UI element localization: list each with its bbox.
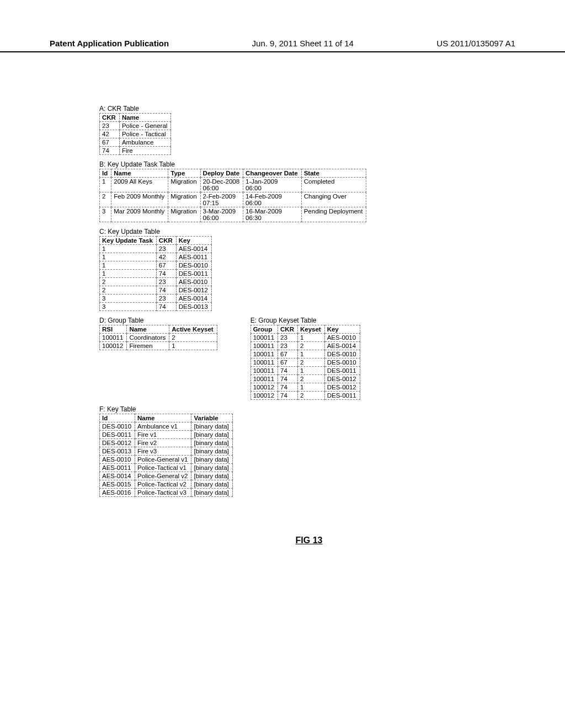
cell: 2 [100, 192, 111, 207]
table-row: 142AES-0011 [100, 253, 212, 261]
table-a-title: A: CKR Table [99, 105, 519, 113]
cell: Migration [168, 178, 200, 192]
cell: 23 [100, 122, 120, 130]
cell: Fire v3 [135, 447, 191, 456]
table-row: 100011742DES-0012 [250, 375, 360, 383]
table-d-wrap: D: Group Table RSI Name Active Keyset 10… [99, 311, 217, 350]
cell: AES-0011 [176, 253, 211, 261]
table-e-wrap: E: Group Keyset Table Group CKR Keyset K… [250, 311, 360, 400]
cell: 1 [297, 334, 324, 342]
table-row: 167DES-0010 [100, 261, 212, 270]
cell: DES-0013 [176, 303, 211, 311]
cell: Id [100, 414, 135, 422]
cell: 67 [278, 358, 298, 367]
table-row: DES-0011Fire v1[binary data] [100, 431, 233, 439]
table-c-title: C: Key Update Table [99, 228, 519, 235]
cell: 1 [100, 270, 157, 278]
cell: AES-0010 [324, 334, 360, 342]
cell: 42 [100, 130, 120, 138]
cell: 74 [278, 383, 298, 392]
cell: AES-0015 [100, 480, 135, 489]
cell: 3 [100, 295, 157, 303]
cell: Name [135, 414, 191, 422]
cell: 74 [100, 147, 120, 155]
table-row: AES-0011Police-Tactical v1[binary data] [100, 464, 233, 472]
table-d-header-row: RSI Name Active Keyset [100, 325, 217, 334]
cell: 23 [156, 295, 176, 303]
cell: 2 [100, 286, 157, 295]
cell: 3 [100, 207, 111, 222]
cell: Police-General v2 [135, 472, 191, 480]
cell: AES-0014 [176, 295, 211, 303]
cell: 1 [100, 245, 157, 253]
table-row: 223AES-0010 [100, 278, 212, 286]
table-a: CKR Name 23Police - General 42Police - T… [99, 113, 171, 155]
table-row: 100011671DES-0010 [250, 350, 360, 358]
cell: 1 [100, 253, 157, 261]
table-row: 100011672DES-0010 [250, 358, 360, 367]
cell: AES-0014 [176, 245, 211, 253]
cell: DES-0011 [324, 367, 360, 375]
table-c: Key Update Task CKR Key 123AES-0014 142A… [99, 236, 212, 311]
cell: Police-Tactical v1 [135, 464, 191, 472]
cell: 100012 [250, 383, 278, 392]
cell: Active Keyset [169, 325, 217, 334]
cell: CKR [278, 325, 298, 334]
table-b-title: B: Key Update Task Table [99, 160, 519, 168]
table-c-header-row: Key Update Task CKR Key [100, 237, 212, 245]
table-row: 100011741DES-0011 [250, 367, 360, 375]
cell: 100011 [100, 334, 127, 342]
table-row: 3Mar 2009 MonthlyMigration3-Mar-2009 06:… [100, 207, 366, 222]
cell: AES-0010 [176, 278, 211, 286]
cell: 3-Mar-2009 06:00 [200, 207, 243, 222]
cell: DES-0011 [176, 270, 211, 278]
cell: Fire v2 [135, 439, 191, 447]
cell: Variable [191, 414, 232, 422]
table-row: DES-0010Ambulance v1[binary data] [100, 422, 233, 431]
table-f: Id Name Variable DES-0010Ambulance v1[bi… [99, 414, 233, 497]
table-e-title: E: Group Keyset Table [250, 317, 360, 324]
cell: 74 [156, 270, 176, 278]
table-d: RSI Name Active Keyset 100011Coordinator… [99, 325, 217, 350]
cell: 74 [156, 303, 176, 311]
cell: Key [324, 325, 360, 334]
cell: 100012 [250, 392, 278, 400]
cell: 74 [156, 286, 176, 295]
cell: [binary data] [191, 439, 232, 447]
cell: 3 [100, 303, 157, 311]
table-d-title: D: Group Table [99, 317, 217, 324]
cell: 2-Feb-2009 07:15 [200, 192, 243, 207]
table-row: DES-0012Fire v2[binary data] [100, 439, 233, 447]
cell: 2 [297, 375, 324, 383]
cell: Migration [168, 192, 200, 207]
cell: DES-0012 [324, 375, 360, 383]
cell: 100011 [250, 367, 278, 375]
cell: 1 [169, 342, 217, 350]
table-row: 100012741DES-0012 [250, 383, 360, 392]
cell: 2 [297, 358, 324, 367]
cell: 2 [297, 392, 324, 400]
cell: 2009 All Keys [111, 178, 168, 192]
table-f-title: F: Key Table [99, 405, 519, 413]
cell: 100011 [250, 375, 278, 383]
cell: Firemen [127, 342, 169, 350]
cell: 100011 [250, 358, 278, 367]
cell: AES-0010 [100, 456, 135, 464]
cell: DES-0010 [324, 350, 360, 358]
cell: Changing Over [301, 192, 366, 207]
cell: Police-Tactical v3 [135, 489, 191, 497]
table-a-h1: Name [119, 114, 170, 122]
cell: Keyset [297, 325, 324, 334]
cell: 74 [278, 375, 298, 383]
cell: 100011 [250, 334, 278, 342]
cell: DES-0012 [176, 286, 211, 295]
cell: 1 [297, 383, 324, 392]
cell: DES-0011 [324, 392, 360, 400]
cell: State [301, 169, 366, 178]
table-f-header-row: Id Name Variable [100, 414, 233, 422]
cell: DES-0011 [100, 431, 135, 439]
cell: 67 [278, 350, 298, 358]
header-right: US 2011/0135097 A1 [436, 39, 515, 48]
cell: 16-Mar-2009 06:30 [243, 207, 302, 222]
cell: Id [100, 169, 111, 178]
